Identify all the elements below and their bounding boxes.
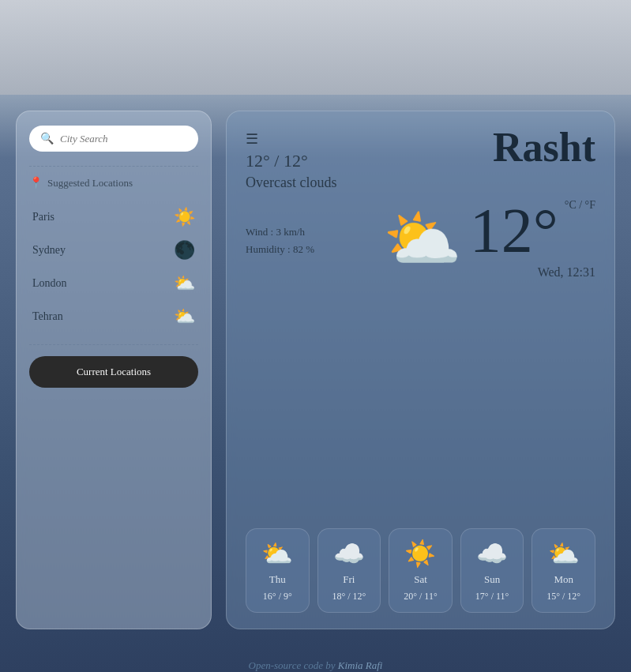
location-pin-icon: 📍 [29,176,43,190]
city-name-paris: Paris [32,211,54,223]
city-item-london[interactable]: London ⛅ [29,267,198,300]
forecast-icon-sun: ☁️ [476,539,508,569]
left-weather-info: Wind : 3 km/h Humidity : 82 % [246,220,375,258]
city-icon-sydney: 🌑 [174,240,195,261]
suggested-locations-label: 📍 Suggested Locations [29,176,198,190]
main-weather-icon: ⛅ [383,205,462,274]
forecast-card-fri: ☁️ Fri 18° / 12° [317,528,381,613]
bottom-section: Open-source code by Kimia Rafi [0,645,631,672]
condition-text: Overcast clouds [246,175,336,191]
datetime: Wed, 12:31 [538,265,595,280]
main-weather-icon-area: ⛅ [383,202,462,276]
footer-text: Open-source code by Kimia Rafi [16,659,615,672]
left-panel: 🔍 📍 Suggested Locations Paris ☀️ Sydney … [16,111,212,629]
forecast-day-thu: Thu [269,573,286,586]
search-input[interactable] [60,133,187,145]
big-temp: 12° [470,199,558,262]
weather-middle: Wind : 3 km/h Humidity : 82 % ⛅ 12° °C /… [246,199,595,280]
forecast-icon-fri: ☁️ [333,539,365,569]
menu-icon[interactable]: ☰ [246,130,336,148]
forecast-temp-mon: 15° / 12° [546,591,580,603]
unit-toggle[interactable]: °C / °F [565,199,595,212]
forecast-card-thu: ⛅ Thu 16° / 9° [246,528,310,613]
search-bar[interactable]: 🔍 [29,126,198,152]
forecast-temp-sat: 20° / 11° [404,591,438,603]
forecast-temp-fri: 18° / 12° [332,591,366,603]
forecast-card-mon: ⛅ Mon 15° / 12° [531,528,595,613]
city-name-london: London [32,277,67,290]
city-list: Paris ☀️ Sydney 🌑 London ⛅ Tehran ⛅ [29,201,198,333]
forecast-day-sun: Sun [484,573,500,586]
city-name-tehran: Tehran [32,310,63,323]
city-name-sydney: Sydney [32,244,66,257]
forecast-card-sun: ☁️ Sun 17° / 11° [460,528,524,613]
footer-author: Kimia Rafi [338,659,383,671]
forecast-icon-mon: ⛅ [548,539,580,569]
forecast-temp-thu: 16° / 9° [263,591,292,603]
city-title: Rasht [493,127,595,168]
right-panel: ☰ 12° / 12° Overcast clouds Rasht Wind :… [226,111,615,629]
forecast-day-mon: Mon [554,573,573,586]
city-item-sydney[interactable]: Sydney 🌑 [29,234,198,267]
city-item-tehran[interactable]: Tehran ⛅ [29,300,198,333]
main-content: 🔍 📍 Suggested Locations Paris ☀️ Sydney … [0,95,631,645]
wind-info: Wind : 3 km/h Humidity : 82 % [246,223,375,258]
forecast-day-sat: Sat [414,573,427,586]
weather-header: ☰ 12° / 12° Overcast clouds Rasht [246,127,595,191]
city-icon-paris: ☀️ [174,207,195,227]
forecast-day-fri: Fri [343,573,355,586]
current-locations-button[interactable]: Current Locations [29,356,198,388]
forecast-icon-sat: ☀️ [404,539,436,569]
forecast-row: ⛅ Thu 16° / 9° ☁️ Fri 18° / 12° ☀️ Sat 2… [246,528,595,613]
city-item-paris[interactable]: Paris ☀️ [29,201,198,234]
forecast-card-sat: ☀️ Sat 20° / 11° [389,528,453,613]
humidity-text: Humidity : 82 % [246,241,375,258]
temp-range: 12° / 12° [246,151,336,171]
search-icon: 🔍 [40,132,54,145]
wind-text: Wind : 3 km/h [246,223,375,241]
top-bar [0,0,631,95]
city-icon-tehran: ⛅ [174,306,195,327]
forecast-temp-sun: 17° / 11° [475,591,509,603]
forecast-icon-thu: ⛅ [261,539,293,569]
divider-bottom [29,344,198,345]
divider-top [29,166,198,167]
right-temp-area: 12° °C / °F Wed, 12:31 [470,199,595,280]
city-icon-london: ⛅ [174,273,195,294]
